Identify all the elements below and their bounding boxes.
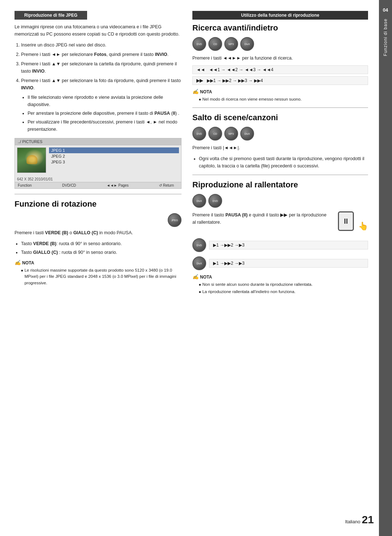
bullet-2: Per arrestare la proiezione delle diapos… [28,110,181,117]
rallentatore-btn-dvd-label: DVD [213,200,218,202]
pause-illustration: II 👆 [338,211,368,231]
salto-btn-mp3-label: MP3 [229,133,234,135]
ricerca-seq-1: ◄◄ ◄◄1 → ◄◄2 → ◄◄3 → ◄◄4 [192,65,368,74]
ricerca-nota: ✍ NOTA Nel modo di ricerca non viene eme… [192,89,368,102]
jpeg-icon-wrap: JPEG [15,213,181,227]
rallentatore-intro: Premere il tasto PAUSA (II) e quindi il … [192,211,331,226]
fb-info: 642 X 352 2010/01/01 [15,176,181,182]
fb-footer-function: Function [18,183,32,187]
ricerca-btn-divx-label: DivX [245,43,250,45]
bullet-1: Il file selezionato viene riprodotto e v… [28,94,181,108]
fb-footer-return: ↺ Return [159,183,174,187]
speed-seq-dvd-row: DVD ▶1 →▶▶2 →▶3 [192,238,368,252]
rotation-bullet-1: Tasto VERDE (B): ruota di 90° in senso a… [21,240,181,247]
step-3: Premere i tasti ▲▼ per selezionare la ca… [21,60,181,75]
jpeg-intro-text: Le immagini riprese con una fotocamera o… [15,23,181,38]
ricerca-intro: Premere i tasti ◄◄►► per la funzione di … [192,54,368,62]
step-4-bullets: Il file selezionato viene riprodotto e v… [28,94,181,133]
step-4: Premere i tasti ▲▼ per selezionare la fo… [21,77,181,133]
fb-file-jpeg1[interactable]: JPEG 1 [49,147,179,153]
rotation-divider [15,194,181,194]
fb-file-jpeg2[interactable]: JPEG 2 [49,153,179,159]
ricerca-disc-buttons: DVD CD MP3 DivX [192,37,368,51]
rallentatore-title: Riproduzione al rallentatore [192,180,368,190]
jpeg-section-header: Riproduzione di file JPEG [15,11,87,20]
file-browser: ../ PICTURES JPEG 1 JPEG 2 JPEG 3 642 X … [15,138,181,189]
left-column: Riproduzione di file JPEG Le immagini ri… [15,11,181,521]
side-tab-number: 04 [383,7,388,13]
salto-disc-buttons: DVD CD MP3 DivX [192,127,368,141]
speed-seq-dvd-icon: DVD [192,238,206,252]
rallentatore-divider [192,175,368,175]
ricerca-btn-dvd-label: DVD [197,43,202,45]
right-section-header: Utilizzo della funzione di riproduzione [192,11,368,20]
ricerca-btn-mp3: MP3 [224,37,238,51]
ricerca-btn-cd-label: CD [213,43,217,45]
ricerca-nota-span: Nel modo di ricerca non viene emesso nes… [202,96,302,102]
speed-seq-dvd: ▶1 →▶▶2 →▶3 [209,241,368,249]
speed-dvd-seq-text: ▶1 →▶▶2 →▶3 [213,243,245,248]
ricerca-btn-dvd: DVD [192,37,206,51]
page-footer: Italiano 21 [345,514,374,525]
rallentatore-nota-title: ✍ NOTA [192,274,368,280]
rallentatore-btn-dvd: DVD [208,194,222,208]
speed-seq-dvd-label: DVD [197,244,202,247]
rallentatore-btn-divx-label: DivX [197,200,202,202]
ricerca-title: Ricerca avanti/indietro [192,23,368,33]
salto-btn-dvd-label: DVD [197,133,202,135]
speed-divx-seq-text: ▶1 →▶▶2 →▶3 [213,261,245,266]
salto-intro: Premere i tasti |◄◄►|. [192,144,368,151]
jpeg-button-label: JPEG [171,219,178,222]
speed-seq-divx-icon: DivX [192,256,206,270]
speed-seq-divx-row: DivX ▶1 →▶▶2 →▶3 [192,256,368,270]
salto-btn-cd-label: CD [213,133,217,135]
rallentatore-nota-text: Non si sente alcun suono durante la ripr… [199,281,368,295]
fb-footer-dvdcd: DVD/CD [62,183,76,187]
rallentatore-nota-label: NOTA [200,275,212,280]
speed-seq-block: DVD ▶1 →▶▶2 →▶3 DivX ▶1 →▶▶2 →▶3 [192,238,368,270]
salto-btn-divx: DivX [240,127,254,141]
ricerca-nota-icon: ✍ [192,89,199,95]
ricerca-nota-label: NOTA [200,89,212,94]
fb-title: ../ PICTURES [15,138,181,145]
rallentatore-nota-span1: Non si sente alcun suono durante la ripr… [202,281,313,288]
step-4-bold: INVIO [21,85,33,90]
speed-seq-divx: ▶1 →▶▶2 →▶3 [209,259,368,268]
rotation-bullets: Tasto VERDE (B): ruota di 90° in senso a… [21,240,181,256]
step-1: Inserire un disco JPEG nel vano del disc… [21,41,181,49]
page-number: 21 [362,514,374,525]
speed-seq-divx-label: DivX [197,262,202,265]
jpeg-steps-list: Inserire un disco JPEG nel vano del disc… [21,41,181,133]
nota-icon: ✍ [15,260,21,266]
rallentatore-nota-span2: La riproduzione rallentata all'indietro … [202,289,295,295]
hand-icon: 👆 [358,222,368,231]
ricerca-nota-p1: Nel modo di ricerca non viene emesso nes… [199,96,368,102]
rallentatore-nota-p1: Non si sente alcun suono durante la ripr… [199,281,368,288]
fb-thumbnail-image [17,148,46,172]
step-2-bold1: Fotos [94,52,106,57]
pause-btn-visual: II [338,211,354,231]
rotation-nota-p1: Le risoluzioni massime supportate da que… [21,267,181,286]
rotation-title: Funzione di rotazione [15,199,181,209]
rotation-bullet-2: Tasto GIALLO (C) : ruota di 90° in senso… [21,249,181,256]
nota-label: NOTA [22,260,34,265]
bullet-3: Per visualizzare i file precedenti/succe… [28,118,181,133]
step-2-bold2: INVIO [155,52,167,57]
rotation-nota: ✍ NOTA Le risoluzioni massime supportate… [15,260,181,286]
rallentatore-nota-p2: La riproduzione rallentata all'indietro … [199,289,368,295]
fb-footer-pages: ◄◄► Pages [106,183,128,187]
fb-file-jpeg3[interactable]: JPEG 3 [49,159,179,165]
rotation-nota-title: ✍ NOTA [15,260,181,266]
side-tab-text: Funzioni di base [383,19,388,56]
salto-btn-divx-label: DivX [245,133,250,135]
right-column: Utilizzo della funzione di riproduzione … [192,11,368,521]
fb-body: JPEG 1 JPEG 2 JPEG 3 [15,145,181,175]
language-label: Italiano [345,519,360,524]
salto-bullet-1: Ogni volta che si premono questi tasti d… [199,155,368,170]
salto-btn-mp3: MP3 [224,127,238,141]
fb-footer: Function DVD/CD ◄◄► Pages ↺ Return [15,182,181,188]
side-tab: 04 Funzioni di base [379,0,392,536]
rallentatore-nota-icon: ✍ [192,274,199,280]
rotation-nota-span1: Le risoluzioni massime supportate da que… [24,267,181,286]
rallentatore-nota: ✍ NOTA Non si sente alcun suono durante … [192,274,368,295]
